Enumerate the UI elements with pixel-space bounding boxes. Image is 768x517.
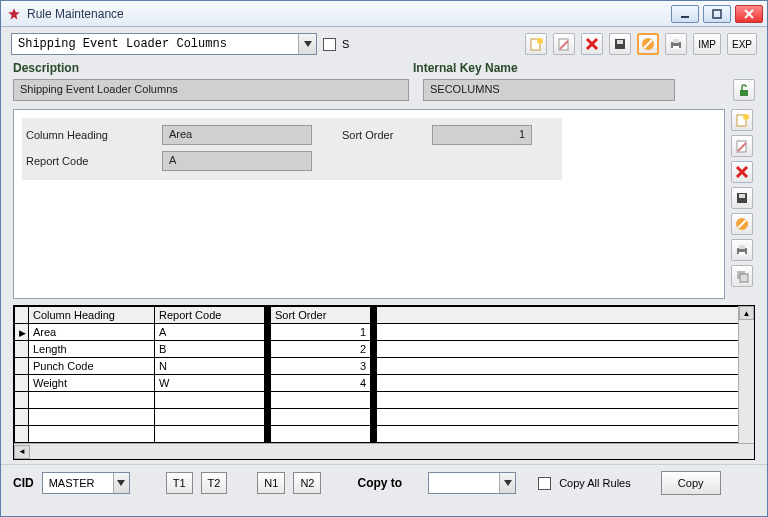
footer-bar: CID T1 T2 N1 N2 Copy to Copy All Rules C… — [1, 464, 767, 503]
side-toolbar — [731, 109, 759, 299]
copy-all-checkbox[interactable] — [538, 477, 551, 490]
sort-order-label: Sort Order — [342, 129, 432, 141]
cid-input[interactable] — [43, 473, 113, 493]
scroll-left-icon[interactable]: ◄ — [14, 445, 30, 459]
lock-toggle[interactable] — [733, 79, 755, 101]
cid-selector[interactable] — [42, 472, 130, 494]
titlebar: Rule Maintenance — [1, 1, 767, 27]
rules-grid[interactable]: Column Heading Report Code Sort Order ▶A… — [13, 305, 755, 460]
table-row[interactable]: LengthB2 — [15, 341, 754, 358]
rule-selector[interactable] — [11, 33, 317, 55]
svg-point-7 — [537, 38, 543, 44]
report-code-label: Report Code — [26, 155, 162, 167]
s-label: S — [342, 38, 349, 50]
rule-selector-dropdown-button[interactable] — [298, 34, 316, 54]
print-button[interactable] — [665, 33, 687, 55]
table-row[interactable] — [15, 426, 754, 443]
copy-to-label: Copy to — [357, 476, 402, 490]
table-row[interactable] — [15, 409, 754, 426]
n2-button[interactable]: N2 — [293, 472, 321, 494]
minimize-button[interactable] — [671, 5, 699, 23]
svg-rect-27 — [739, 194, 745, 198]
report-code-input[interactable]: A — [162, 151, 312, 171]
description-field[interactable]: Shipping Event Loader Columns — [13, 79, 409, 101]
svg-rect-17 — [673, 39, 679, 43]
table-row[interactable]: Punch CodeN3 — [15, 358, 754, 375]
t1-button[interactable]: T1 — [166, 472, 193, 494]
svg-rect-34 — [740, 274, 748, 282]
rule-selector-input[interactable] — [12, 34, 298, 54]
svg-marker-0 — [8, 8, 20, 20]
svg-rect-2 — [713, 10, 721, 18]
copy-to-selector[interactable] — [428, 472, 516, 494]
grid-horizontal-scrollbar[interactable]: ◄ — [14, 443, 754, 459]
side-cancel-button[interactable] — [731, 213, 753, 235]
column-heading-label: Column Heading — [26, 129, 162, 141]
side-save-button[interactable] — [731, 187, 753, 209]
internal-key-field[interactable]: SECOLUMNS — [423, 79, 675, 101]
grid-col-report-code[interactable]: Report Code — [155, 307, 265, 324]
n1-button[interactable]: N1 — [257, 472, 285, 494]
window-title: Rule Maintenance — [27, 7, 671, 21]
copy-to-dropdown-button[interactable] — [499, 473, 515, 493]
side-copy-button[interactable] — [731, 265, 753, 287]
cid-dropdown-button[interactable] — [113, 473, 129, 493]
svg-rect-19 — [740, 90, 748, 96]
side-new-button[interactable] — [731, 109, 753, 131]
delete-button[interactable] — [581, 33, 603, 55]
app-star-icon — [7, 7, 21, 21]
export-button[interactable]: EXP — [727, 33, 757, 55]
new-button[interactable] — [525, 33, 547, 55]
copy-all-label: Copy All Rules — [559, 477, 631, 489]
import-button[interactable]: IMP — [693, 33, 721, 55]
grid-vertical-scrollbar[interactable]: ▲ — [738, 306, 754, 443]
maximize-button[interactable] — [703, 5, 731, 23]
grid-col-column-heading[interactable]: Column Heading — [29, 307, 155, 324]
table-row[interactable]: ▶AreaA1 — [15, 324, 754, 341]
t2-button[interactable]: T2 — [201, 472, 228, 494]
cancel-button[interactable] — [637, 33, 659, 55]
copy-button[interactable]: Copy — [661, 471, 721, 495]
row-caret-icon: ▶ — [19, 328, 26, 338]
scroll-up-icon[interactable]: ▲ — [739, 306, 754, 320]
side-print-button[interactable] — [731, 239, 753, 261]
edit-button[interactable] — [553, 33, 575, 55]
svg-rect-18 — [673, 46, 679, 49]
svg-rect-32 — [739, 252, 745, 255]
internal-key-label: Internal Key Name — [413, 61, 518, 75]
svg-marker-5 — [304, 41, 312, 47]
top-toolbar: S IMP EXP — [1, 27, 767, 61]
close-button[interactable] — [735, 5, 763, 23]
column-heading-input[interactable]: Area — [162, 125, 312, 145]
description-label: Description — [13, 61, 413, 75]
svg-rect-13 — [617, 40, 623, 44]
window-frame: Rule Maintenance S — [0, 0, 768, 517]
save-button[interactable] — [609, 33, 631, 55]
side-edit-button[interactable] — [731, 135, 753, 157]
svg-marker-36 — [504, 480, 512, 486]
table-row[interactable]: WeightW4 — [15, 375, 754, 392]
copy-to-input[interactable] — [429, 473, 499, 493]
detail-panel: Column Heading Area Sort Order 1 Report … — [13, 109, 725, 299]
grid-header-row: Column Heading Report Code Sort Order — [15, 307, 754, 324]
sort-order-input[interactable]: 1 — [432, 125, 532, 145]
cid-label: CID — [13, 476, 34, 490]
svg-rect-31 — [739, 245, 745, 249]
svg-marker-35 — [117, 480, 125, 486]
svg-point-21 — [743, 114, 749, 120]
table-row[interactable] — [15, 392, 754, 409]
grid-col-sort-order[interactable]: Sort Order — [271, 307, 371, 324]
s-checkbox[interactable] — [323, 38, 336, 51]
side-delete-button[interactable] — [731, 161, 753, 183]
